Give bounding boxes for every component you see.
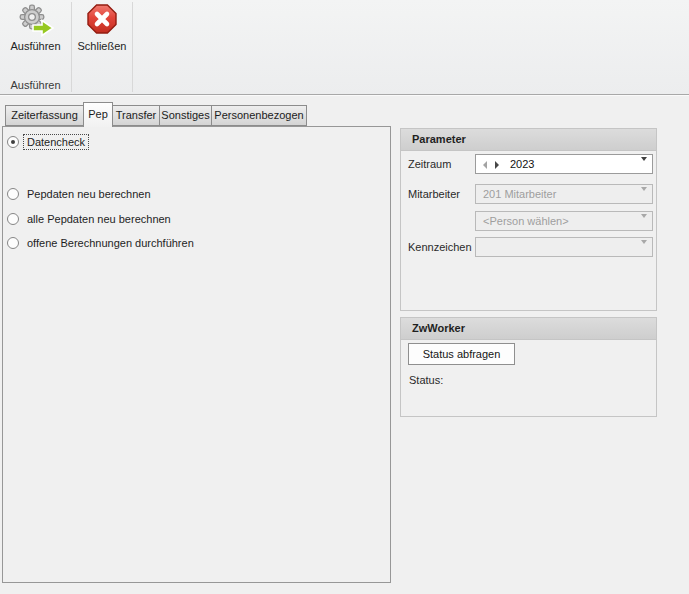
chevron-down-icon[interactable] <box>640 161 647 173</box>
radio-alle-pepdaten-neu-berechnen[interactable]: alle Pepdaten neu berechnen <box>7 211 174 226</box>
chevron-down-icon <box>640 191 647 203</box>
status-abfragen-button[interactable]: Status abfragen <box>408 343 515 365</box>
radio-label: Pepdaten neu berechnen <box>24 187 154 201</box>
kennzeichen-label: Kennzeichen <box>408 237 472 257</box>
close-stop-icon <box>81 2 123 38</box>
mitarbeiter-combobox: 201 Mitarbeiter <box>475 184 653 204</box>
radio-button-icon <box>7 237 19 249</box>
radio-offene-berechnungen[interactable]: offene Berechnungen durchführen <box>7 235 197 250</box>
parameter-group-title: Parameter <box>401 129 656 151</box>
tab-strip: Zeiterfassung Pep Transfer Sonstiges Per… <box>5 105 307 126</box>
person-combobox: <Person wählen> <box>475 211 653 231</box>
zwworker-group-title: ZwWorker <box>401 318 656 340</box>
zeitraum-value: 2023 <box>510 156 534 173</box>
status-label: Status: <box>409 374 443 386</box>
radio-button-icon <box>7 136 19 148</box>
execute-gear-icon <box>15 2 57 38</box>
ribbon-group-caption: Ausführen <box>0 79 71 91</box>
radio-datencheck[interactable]: Datencheck <box>7 134 88 149</box>
close-button-label: Schließen <box>78 40 127 52</box>
tab-sonstiges[interactable]: Sonstiges <box>159 105 212 126</box>
zeitraum-prev-icon[interactable] <box>483 161 487 169</box>
radio-label: Datencheck <box>24 135 88 149</box>
tab-transfer[interactable]: Transfer <box>112 105 160 126</box>
ribbon-separator <box>132 2 133 92</box>
zwworker-groupbox: ZwWorker Status abfragen Status: <box>400 317 657 417</box>
radio-label: alle Pepdaten neu berechnen <box>24 212 174 226</box>
mitarbeiter-label: Mitarbeiter <box>408 184 460 204</box>
mitarbeiter-value: 201 Mitarbeiter <box>483 186 556 203</box>
radio-button-icon <box>7 188 19 200</box>
app-window: Ausführen Schließen Ausführe <box>0 0 689 594</box>
radio-button-icon <box>7 213 19 225</box>
radio-label: offene Berechnungen durchführen <box>24 236 197 250</box>
execute-button-label: Ausführen <box>10 40 60 52</box>
chevron-down-icon <box>640 218 647 230</box>
tab-pep[interactable]: Pep <box>83 102 113 127</box>
zeitraum-label: Zeitraum <box>408 154 451 174</box>
zeitraum-next-icon[interactable] <box>495 161 499 169</box>
tab-zeiterfassung[interactable]: Zeiterfassung <box>5 105 84 126</box>
radio-pepdaten-neu-berechnen[interactable]: Pepdaten neu berechnen <box>7 186 154 201</box>
chevron-down-icon <box>640 244 647 256</box>
zeitraum-combobox[interactable]: 2023 <box>475 154 653 174</box>
ribbon-toolbar: Ausführen Schließen Ausführe <box>0 0 689 95</box>
close-button[interactable]: Schließen <box>72 2 132 60</box>
execute-button[interactable]: Ausführen <box>0 2 71 60</box>
person-value: <Person wählen> <box>483 213 569 230</box>
tab-personenbezogen[interactable]: Personenbezogen <box>211 105 307 126</box>
parameter-groupbox: Parameter Zeitraum 2023 Mitarbeiter 201 … <box>400 128 657 311</box>
kennzeichen-combobox <box>475 237 653 257</box>
pep-tab-panel: Datencheck Pepdaten neu berechnen alle P… <box>2 126 391 583</box>
